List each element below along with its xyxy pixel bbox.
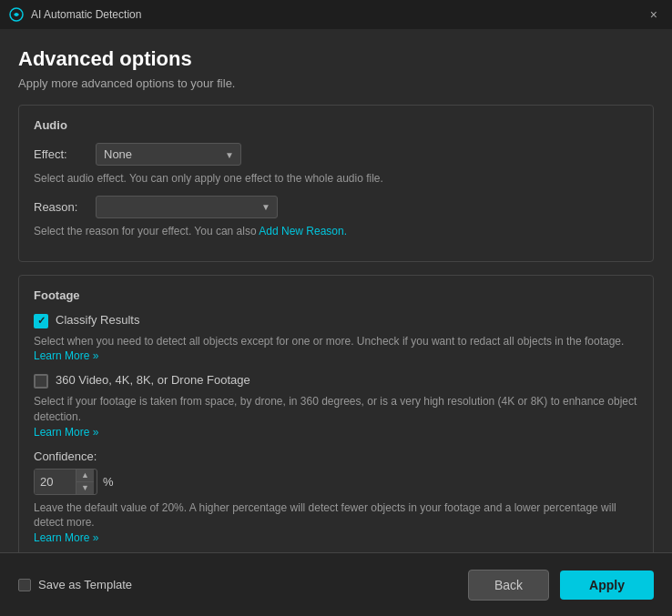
close-button[interactable]: × xyxy=(645,6,663,23)
footer-buttons: Back Apply xyxy=(468,570,654,601)
drone-learn-more-link[interactable]: Learn More » xyxy=(34,426,98,439)
confidence-hint-text: Leave the default value of 20%. A higher… xyxy=(34,501,616,530)
save-template-checkbox[interactable] xyxy=(18,579,31,591)
effect-label: Effect: xyxy=(34,147,88,161)
classify-label[interactable]: Classify Results xyxy=(56,313,139,327)
titlebar-title: AI Automatic Detection xyxy=(31,8,141,21)
drone-checkbox[interactable] xyxy=(34,374,48,389)
page-subtitle: Apply more advanced options to your file… xyxy=(18,76,654,90)
confidence-learn-more-link[interactable]: Learn More » xyxy=(34,531,98,544)
reason-label: Reason: xyxy=(34,200,88,214)
effect-row: Effect: None Music Speech Noise xyxy=(34,143,638,166)
confidence-up-button[interactable]: ▲ xyxy=(76,470,94,482)
drone-hint-text: Select if your footage is taken from spa… xyxy=(34,395,636,423)
reason-select[interactable] xyxy=(96,196,278,218)
page-title: Advanced options xyxy=(18,47,654,71)
footage-section: Footage ✓ Classify Results Select when y… xyxy=(18,275,654,552)
back-button[interactable]: Back xyxy=(468,570,549,601)
confidence-unit: % xyxy=(103,475,114,489)
ai-icon xyxy=(9,7,24,22)
reason-hint-text: Select the reason for your effect. You c… xyxy=(34,225,259,237)
classify-checkbox[interactable]: ✓ xyxy=(34,314,48,328)
classify-learn-more-link[interactable]: Learn More » xyxy=(34,349,98,362)
classify-row: ✓ Classify Results xyxy=(34,313,638,328)
confidence-spinners: ▲ ▼ xyxy=(76,470,94,494)
footer: Save as Template Back Apply xyxy=(0,552,672,616)
confidence-down-button[interactable]: ▼ xyxy=(76,482,94,494)
confidence-hint: Leave the default value of 20%. A higher… xyxy=(34,500,638,546)
classify-hint: Select when you need to detect all objec… xyxy=(34,334,638,365)
drone-hint: Select if your footage is taken from spa… xyxy=(34,394,638,439)
footage-section-title: Footage xyxy=(34,288,638,302)
save-template-row: Save as Template xyxy=(18,578,132,591)
reason-select-wrapper xyxy=(96,196,278,218)
effect-hint: Select audio effect. You can only apply … xyxy=(34,171,638,187)
titlebar: AI Automatic Detection × xyxy=(0,0,672,29)
reason-hint: Select the reason for your effect. You c… xyxy=(34,224,638,239)
effect-select[interactable]: None Music Speech Noise xyxy=(96,143,241,166)
classify-check-icon: ✓ xyxy=(37,316,46,326)
confidence-row: ▲ ▼ % xyxy=(34,469,638,495)
reason-row: Reason: xyxy=(34,196,638,218)
effect-select-wrapper: None Music Speech Noise xyxy=(96,143,241,166)
audio-section: Audio Effect: None Music Speech Noise Se… xyxy=(18,105,654,262)
audio-section-title: Audio xyxy=(34,118,638,132)
titlebar-left: AI Automatic Detection xyxy=(9,7,141,22)
add-new-reason-link[interactable]: Add New Reason. xyxy=(259,225,347,237)
drone-row: 360 Video, 4K, 8K, or Drone Footage xyxy=(34,373,638,389)
apply-button[interactable]: Apply xyxy=(560,571,654,600)
confidence-label: Confidence: xyxy=(34,449,638,463)
main-content: Advanced options Apply more advanced opt… xyxy=(0,29,672,552)
confidence-input-wrapper: ▲ ▼ xyxy=(34,469,97,495)
confidence-input[interactable] xyxy=(35,470,76,494)
save-template-label[interactable]: Save as Template xyxy=(38,578,132,591)
classify-hint-text: Select when you need to detect all objec… xyxy=(34,335,624,348)
drone-label[interactable]: 360 Video, 4K, 8K, or Drone Footage xyxy=(56,373,250,387)
